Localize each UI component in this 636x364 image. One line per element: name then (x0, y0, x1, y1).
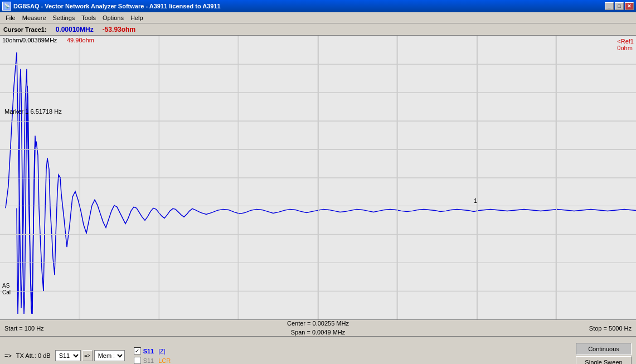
trace2-checkbox[interactable] (134, 357, 141, 364)
trace1-checkbox[interactable] (134, 347, 141, 355)
start-freq-label: Start = 100 Hz (4, 325, 213, 332)
grid-line-h1 (0, 64, 636, 65)
ref-freq-label: 0.00389MHz (22, 37, 57, 43)
trace2-row: S11 LCR (134, 357, 171, 364)
sweep-buttons: Continuous Single Sweep (576, 343, 632, 364)
menu-settings[interactable]: Settings (50, 13, 79, 22)
close-button[interactable]: ✕ (625, 2, 634, 10)
grid-line-h5 (0, 178, 636, 178)
menu-file[interactable]: File (2, 13, 19, 22)
grid-line-h9 (0, 291, 636, 292)
app-icon: 📡 (2, 2, 11, 11)
grid-line-h4 (0, 149, 636, 150)
center-span-label: Center = 0.00255 MHz Span = 0.0049 MHz (213, 319, 423, 337)
minimize-button[interactable]: _ (605, 2, 614, 10)
trace2-checkbox-area[interactable] (134, 357, 141, 364)
mem-dropdown[interactable]: Mem 1 (94, 350, 125, 361)
title-bar: 📡 DG8SAQ - Vector Network Analyzer Softw… (0, 0, 636, 12)
grid-line-h2 (0, 93, 636, 93)
trace1-s11-label: S11 (143, 348, 154, 355)
app-title: DG8SAQ - Vector Network Analyzer Softwar… (13, 3, 221, 9)
marker1-position: 1 (474, 197, 477, 204)
s11-dropdown[interactable]: S11 (55, 350, 81, 361)
cursor-bar: Cursor Trace1: 0.00010MHz -53.93ohm (0, 23, 636, 36)
s11-select-area: S11 => Mem 1 (55, 350, 125, 361)
menu-bar: File Measure Settings Tools Options Help (0, 12, 636, 23)
stop-freq-label: Stop = 5000 Hz (423, 325, 632, 332)
trace1-iz-label: |Z| (158, 348, 165, 355)
title-bar-left: 📡 DG8SAQ - Vector Network Analyzer Softw… (2, 2, 221, 11)
grid-line-h7 (0, 234, 636, 235)
trace2-s11-label: S11 (143, 357, 154, 364)
s11-arrow-button[interactable]: => (82, 350, 93, 361)
cursor-impedance-value: -53.93ohm (103, 26, 135, 33)
trace1-row: S11 |Z| (134, 347, 171, 355)
trace2-lcr-label: LCR (158, 357, 171, 364)
cursor-trace-label: Cursor Trace1: (3, 26, 47, 33)
chart-area: 10ohm/ 0.00389MHz 49.90ohm Marker 1 6.51… (0, 36, 636, 320)
title-buttons[interactable]: _ □ ✕ (605, 2, 634, 10)
maximize-button[interactable]: □ (615, 2, 624, 10)
cursor-freq-value: 0.00010MHz (56, 26, 94, 33)
continuous-button[interactable]: Continuous (576, 343, 632, 355)
menu-measure[interactable]: Measure (19, 13, 50, 22)
single-sweep-button[interactable]: Single Sweep (576, 356, 632, 364)
control-bar: => TX Att.: 0 dB S11 => Mem 1 S11 |Z| S1… (0, 337, 636, 364)
ref-val-top: 49.90ohm (67, 37, 94, 43)
marker1-label: Marker 1 6.51718 Hz (4, 108, 62, 115)
menu-options[interactable]: Options (99, 13, 127, 22)
grid-line-h3 (0, 121, 636, 122)
menu-help[interactable]: Help (127, 13, 147, 22)
trace1-checkbox-area[interactable] (134, 347, 141, 355)
menu-tools[interactable]: Tools (78, 13, 99, 22)
as-cal-label: ASCal (2, 283, 11, 296)
ref1-label: <Ref1 0ohm (617, 38, 634, 51)
tx-att-label: TX Att.: 0 dB (16, 352, 51, 359)
scale-label: 10ohm/ (2, 37, 23, 43)
arrow-indicator: => (4, 352, 12, 359)
grid-line-h6 (0, 206, 636, 206)
info-bar: Start = 100 Hz Center = 0.00255 MHz Span… (0, 320, 636, 337)
trace-controls: S11 |Z| S11 LCR (134, 347, 171, 364)
grid-line-h8 (0, 263, 636, 263)
